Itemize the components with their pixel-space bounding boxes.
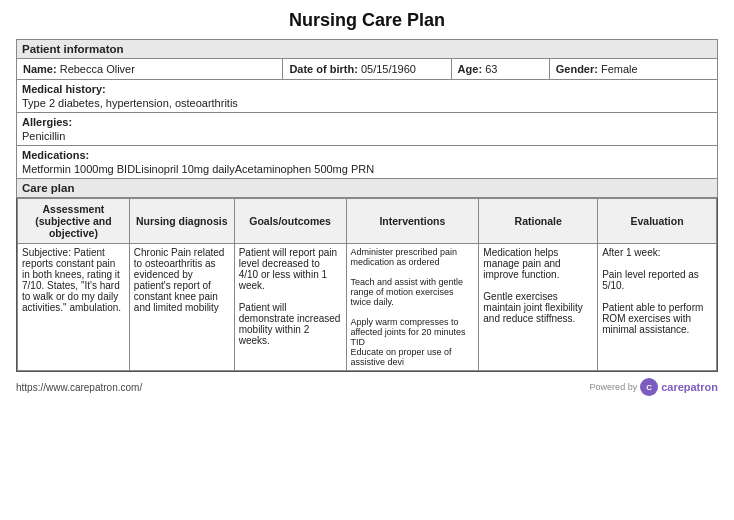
gender-cell: Gender: Female: [549, 59, 717, 80]
carepatron-badge: Powered by C carepatron: [590, 378, 718, 396]
col-evaluation: Evaluation: [598, 199, 717, 244]
patient-name-value: Rebecca Oliver: [60, 63, 135, 75]
col-diagnosis: Nursing diagnosis: [129, 199, 234, 244]
care-plan-section-header: Care plan: [17, 179, 718, 198]
gender-value: Female: [601, 63, 638, 75]
main-table: Patient informaton Name: Rebecca Oliver …: [16, 39, 718, 372]
interventions-cell: Administer prescribed pain medication as…: [346, 244, 479, 371]
dob-cell: Date of birth: 05/15/1960: [283, 59, 451, 80]
gender-label: Gender:: [556, 63, 598, 75]
diagnosis-cell: Chronic Pain related to osteoarthritis a…: [129, 244, 234, 371]
carepatron-icon: C: [640, 378, 658, 396]
page-title: Nursing Care Plan: [16, 10, 718, 31]
assessment-cell: Subjective: Patient reports constant pai…: [18, 244, 130, 371]
powered-by-text: Powered by: [590, 382, 638, 392]
age-value: 63: [485, 63, 497, 75]
dob-label: Date of birth:: [289, 63, 357, 75]
allergies-label: Allergies:: [22, 116, 712, 128]
medications-value: Metformin 1000mg BIDLisinopril 10mg dail…: [22, 163, 712, 175]
medications-cell: Medications: Metformin 1000mg BIDLisinop…: [17, 146, 718, 179]
allergies-cell: Allergies: Penicillin: [17, 113, 718, 146]
care-plan-row: Subjective: Patient reports constant pai…: [18, 244, 717, 371]
col-rationale: Rationale: [479, 199, 598, 244]
col-goals: Goals/outcomes: [234, 199, 346, 244]
footer-url[interactable]: https://www.carepatron.com/: [16, 382, 142, 393]
name-label: Name:: [23, 63, 57, 75]
medical-history-cell: Medical history: Type 2 diabetes, hypert…: [17, 80, 718, 113]
col-assessment: Assessment (subjective and objective): [18, 199, 130, 244]
age-cell: Age: 63: [451, 59, 549, 80]
medications-label: Medications:: [22, 149, 712, 161]
patient-info-section-header: Patient informaton: [17, 40, 718, 59]
medical-history-label: Medical history:: [22, 83, 712, 95]
dob-value: 05/15/1960: [361, 63, 416, 75]
age-label: Age:: [458, 63, 482, 75]
medical-history-value: Type 2 diabetes, hypertension, osteoarth…: [22, 97, 712, 109]
rationale-cell: Medication helps manage pain and improve…: [479, 244, 598, 371]
col-interventions: Interventions: [346, 199, 479, 244]
brand-name: carepatron: [661, 381, 718, 393]
allergies-value: Penicillin: [22, 130, 712, 142]
patient-name-cell: Name: Rebecca Oliver: [17, 59, 283, 80]
footer: https://www.carepatron.com/ Powered by C…: [16, 378, 718, 396]
evaluation-cell: After 1 week:Pain level reported as 5/10…: [598, 244, 717, 371]
goals-cell: Patient will report pain level decreased…: [234, 244, 346, 371]
care-plan-table: Assessment (subjective and objective) Nu…: [17, 198, 717, 371]
